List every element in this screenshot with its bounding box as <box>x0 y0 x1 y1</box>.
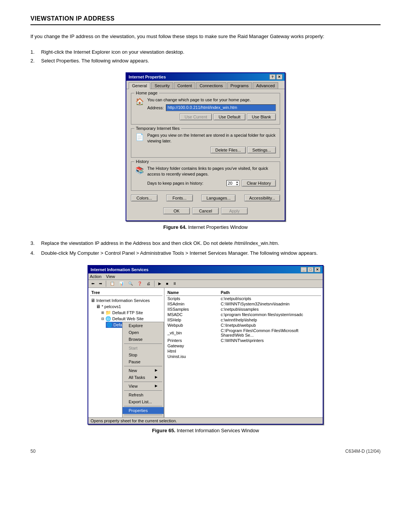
settings-btn[interactable]: Settings... <box>247 147 276 153</box>
iis-menu-action[interactable]: Action <box>90 274 102 279</box>
toolbar-forward[interactable]: ➡ <box>97 281 104 286</box>
iis-row-printers[interactable]: Printers C:\WINNT\web\printers <box>166 338 321 343</box>
ctx-export[interactable]: Export List... <box>123 398 164 405</box>
use-current-btn[interactable]: Use Current <box>180 113 212 120</box>
ctx-sep-6 <box>124 415 162 415</box>
delete-files-btn[interactable]: Delete Files... <box>210 147 246 153</box>
row-iishelp-path: c:\winnt\help\iishelp <box>221 318 320 322</box>
toolbar-pause[interactable]: ⏸ <box>171 281 178 286</box>
toolbar-help[interactable]: ❓ <box>136 281 143 286</box>
history-icon: 📚 <box>135 166 144 175</box>
page-title: VIEWSTATION IP ADDRESS <box>30 15 381 25</box>
row-iisadmin-name: IISAdmin <box>167 302 213 306</box>
tab-advanced[interactable]: Advanced <box>253 82 278 89</box>
toolbar-stop-run[interactable]: ■ <box>164 281 170 286</box>
iis-dialog: Internet Information Services _ □ ✕ Acti… <box>88 265 323 425</box>
row-iissamples-name: IISSamples <box>167 307 213 312</box>
toolbar-back[interactable]: ⬅ <box>90 281 96 286</box>
iis-row-gateway[interactable]: Gateway <box>166 343 321 348</box>
tab-security[interactable]: Security <box>151 82 173 89</box>
iis-row-scripts[interactable]: Scripts c:\netpub\scripts <box>166 296 321 301</box>
iis-row-iissamples[interactable]: IISSamples c:\netpub\iissamples <box>166 307 321 312</box>
fonts-btn[interactable]: Fonts... <box>166 195 193 201</box>
apply-btn[interactable]: Apply <box>221 208 248 214</box>
figure-64-caption: Figure 64. Internet Properties Window <box>163 224 248 230</box>
ctx-help[interactable]: Help <box>123 416 164 417</box>
ctx-all-tasks[interactable]: All Tasks <box>123 374 164 381</box>
clear-history-btn[interactable]: Clear History <box>242 180 276 187</box>
step-4: 4. Double-click My Computer > Control Pa… <box>30 249 381 257</box>
col-path: Path <box>221 290 320 295</box>
ctx-new[interactable]: New <box>123 367 164 374</box>
ctx-pause[interactable]: Pause <box>123 358 164 365</box>
step-3-text: Replace the viewstation IP address in th… <box>41 239 279 248</box>
iis-close-btn[interactable]: ✕ <box>314 267 320 272</box>
figure-65-title: Internet Information Services Window <box>177 428 259 433</box>
iis-content-panel: Name Path Scripts c:\netpub\scripts IISA… <box>164 288 323 417</box>
ctx-stop[interactable]: Stop <box>123 351 164 358</box>
iis-row-webpub[interactable]: Webpub C:\Inetpub\webpub <box>166 323 321 328</box>
row-webpub-path: C:\Inetpub\webpub <box>221 323 320 328</box>
ctx-browse[interactable]: Browse <box>123 336 164 343</box>
iis-row-uninst[interactable]: Uninst.isu <box>166 354 321 359</box>
accessibility-btn[interactable]: Accessibility... <box>244 195 280 201</box>
use-blank-btn[interactable]: Use Blank <box>247 113 276 120</box>
tab-programs[interactable]: Programs <box>227 82 252 89</box>
row-msadc-path: c:\program files\common files\system\msa… <box>221 312 320 317</box>
tab-general[interactable]: General <box>129 82 150 89</box>
tab-connections[interactable]: Connections <box>196 82 226 89</box>
page-footer: 50 C634M-D (12/04) <box>30 449 381 454</box>
ctx-sep-5 <box>124 406 162 406</box>
ctx-properties[interactable]: Properties <box>123 407 164 414</box>
use-default-btn[interactable]: Use Default <box>213 113 245 120</box>
toolbar-print[interactable]: 🖨 <box>145 281 152 286</box>
default-web-label: Default Web Site <box>112 316 143 321</box>
iis-menubar: Action View <box>88 273 323 280</box>
iis-min-btn[interactable]: _ <box>301 267 307 272</box>
toolbar-search[interactable]: 🔍 <box>127 281 134 286</box>
toolbar-copy[interactable]: 📋 <box>108 281 116 286</box>
tree-pelcovs1[interactable]: 🖥 * pelcovs1 <box>95 304 162 310</box>
tree-ftp-site[interactable]: ⊞ 📁 Default FTP Site <box>100 310 162 316</box>
temp-files-label: Temporary Internet files <box>134 126 181 131</box>
iis-row-msadc[interactable]: MSADC c:\program files\common files\syst… <box>166 312 321 317</box>
iis-max-btn[interactable]: □ <box>307 267 314 272</box>
colors-btn[interactable]: Colors... <box>131 195 158 201</box>
toolbar-sep-1 <box>106 281 106 287</box>
address-input[interactable]: http://100.0.0.211/html/index_win.htm <box>166 104 276 111</box>
row-iishelp-name: IISHelp <box>167 318 213 322</box>
iis-row-html[interactable]: Html <box>166 348 321 354</box>
temp-files-icon: 📄 <box>135 133 144 142</box>
content-header: Name Path <box>166 289 321 296</box>
tree-header: Tree <box>90 289 162 296</box>
iis-titlebar-buttons: _ □ ✕ <box>301 267 320 272</box>
close-titlebar-btn[interactable]: ✕ <box>276 74 282 80</box>
default-icon: 🌐 <box>107 322 112 328</box>
figure-64-title: Internet Properties Window <box>188 224 248 230</box>
tab-content[interactable]: Content <box>174 82 196 89</box>
toolbar-run[interactable]: ▶ <box>157 281 163 286</box>
iis-title: Internet Information Services <box>91 267 148 272</box>
row-vtibin-path: C:\Program Files\Common Files\Microsoft … <box>221 328 320 337</box>
help-titlebar-btn[interactable]: ? <box>269 74 276 80</box>
ctx-explore[interactable]: Explore <box>123 322 164 329</box>
iis-row-iishelp[interactable]: IISHelp c:\winnt\help\iishelp <box>166 317 321 323</box>
tree-default-web[interactable]: ⊟ 🌐 Default Web Site <box>100 316 162 322</box>
ok-btn[interactable]: OK <box>163 208 190 214</box>
days-spinner[interactable]: 20 ▲▼ <box>226 180 239 186</box>
iis-menu-view[interactable]: View <box>106 274 115 279</box>
languages-btn[interactable]: Languages... <box>201 195 236 201</box>
ctx-refresh[interactable]: Refresh <box>123 391 164 398</box>
spinner-arrows[interactable]: ▲▼ <box>236 181 238 186</box>
toolbar-paste[interactable]: 📊 <box>118 281 125 286</box>
page-number: 50 <box>30 449 35 454</box>
address-row: Address: http://100.0.0.211/html/index_w… <box>147 104 276 111</box>
iis-root-icon: 🖥 <box>91 298 95 303</box>
iis-row-iisadmin[interactable]: IISAdmin C:\WINNT\System32\inetsrv\iisad… <box>166 301 321 307</box>
ctx-open[interactable]: Open <box>123 329 164 336</box>
home-page-label: Home page <box>134 91 159 95</box>
cancel-btn[interactable]: Cancel <box>192 208 219 214</box>
iis-row-vtibin[interactable]: _vti_bin C:\Program Files\Common Files\M… <box>166 328 321 338</box>
tree-iis-root[interactable]: 🖥 Internet Information Services <box>90 297 162 304</box>
ctx-view[interactable]: View <box>123 383 164 390</box>
